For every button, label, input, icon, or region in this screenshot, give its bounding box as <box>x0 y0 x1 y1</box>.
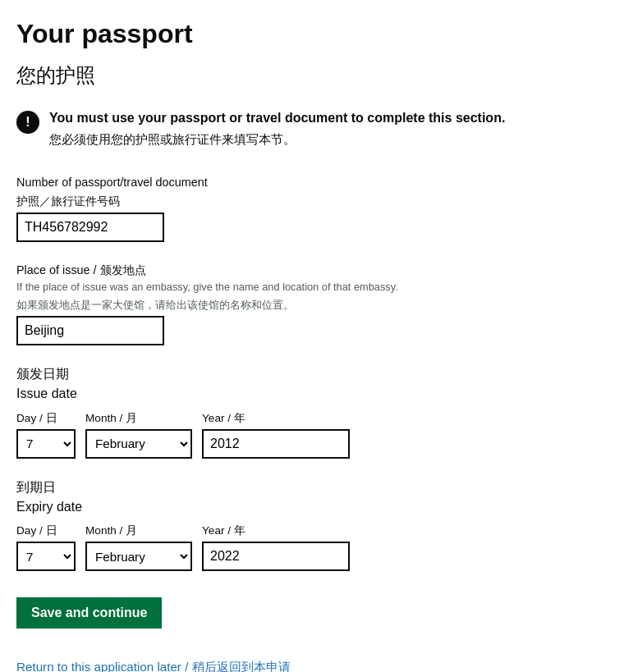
passport-number-label-en: Number of passport/travel document <box>16 174 608 190</box>
expiry-date-day-select[interactable]: 7 <box>16 542 76 571</box>
passport-number-field: Number of passport/travel document 护照／旅行… <box>16 174 608 241</box>
expiry-date-section: 到期日 Expiry date Day / 日 7 Month / 月 Janu… <box>16 478 608 572</box>
issue-date-day-label: Day / 日 <box>16 410 76 426</box>
expiry-date-day-field: Day / 日 7 <box>16 523 76 571</box>
issue-date-label-en: Issue date <box>16 385 608 403</box>
issue-date-section: 颁发日期 Issue date Day / 日 7 Month / 月 Janu… <box>16 365 608 459</box>
save-button[interactable]: Save and continue <box>16 597 162 629</box>
issue-date-month-label: Month / 月 <box>85 410 192 426</box>
page-title: Your passport <box>16 20 608 48</box>
issue-date-month-select[interactable]: January February March April May June Ju… <box>85 429 192 459</box>
issue-date-day-field: Day / 日 7 <box>16 410 76 459</box>
page-title-chinese: 您的护照 <box>16 62 608 89</box>
passport-number-input[interactable] <box>16 213 164 242</box>
warning-text-zh: 您必须使用您的护照或旅行证件来填写本节。 <box>49 130 505 148</box>
place-of-issue-field: Place of issue / 颁发地点 If the place of is… <box>16 262 608 345</box>
warning-text-en: You must use your passport or travel doc… <box>49 109 505 127</box>
expiry-date-year-field: Year / 年 <box>202 523 350 571</box>
issue-date-year-input[interactable] <box>202 429 350 459</box>
expiry-date-fields: Day / 日 7 Month / 月 January February Mar… <box>16 523 608 571</box>
warning-icon: ! <box>16 111 39 134</box>
place-of-issue-input[interactable] <box>16 316 164 345</box>
expiry-date-month-field: Month / 月 January February March April M… <box>85 523 192 571</box>
expiry-date-day-label: Day / 日 <box>16 523 76 538</box>
warning-text: You must use your passport or travel doc… <box>49 109 505 149</box>
issue-date-day-select[interactable]: 7 <box>16 429 76 459</box>
issue-date-year-field: Year / 年 <box>202 410 350 459</box>
warning-box: ! You must use your passport or travel d… <box>16 109 608 149</box>
place-of-issue-hint-zh: 如果颁发地点是一家大使馆，请给出该使馆的名称和位置。 <box>16 298 608 313</box>
expiry-date-label-zh: 到期日 <box>16 478 608 496</box>
issue-date-fields: Day / 日 7 Month / 月 January February Mar… <box>16 410 608 459</box>
expiry-date-year-label: Year / 年 <box>202 523 350 538</box>
issue-date-year-label: Year / 年 <box>202 410 350 426</box>
expiry-date-year-input[interactable] <box>202 542 350 571</box>
return-link[interactable]: Return to this application later / 稍后返回到… <box>16 658 291 672</box>
expiry-date-month-label: Month / 月 <box>85 523 192 538</box>
issue-date-label-zh: 颁发日期 <box>16 365 608 383</box>
place-of-issue-hint-en: If the place of issue was an embassy, gi… <box>16 280 608 295</box>
expiry-date-month-select[interactable]: January February March April May June Ju… <box>85 542 192 571</box>
issue-date-month-field: Month / 月 January February March April M… <box>85 410 192 459</box>
passport-number-label-zh: 护照／旅行证件号码 <box>16 193 608 209</box>
expiry-date-label-en: Expiry date <box>16 498 608 516</box>
place-of-issue-label: Place of issue / 颁发地点 <box>16 262 608 278</box>
